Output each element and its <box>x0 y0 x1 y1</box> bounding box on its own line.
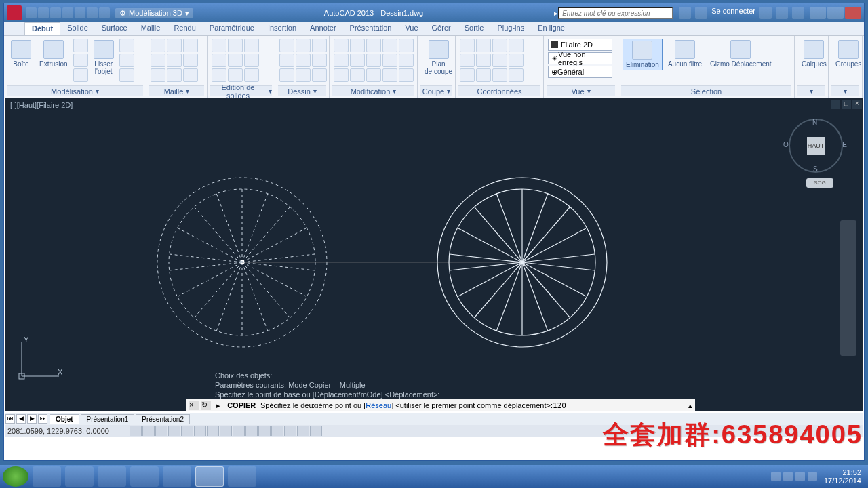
tray-volume-icon[interactable] <box>808 472 817 481</box>
tool-icon[interactable] <box>334 54 349 67</box>
qat-saveas-icon[interactable] <box>62 7 73 18</box>
tool-icon[interactable] <box>312 39 327 52</box>
tpy-toggle[interactable] <box>258 426 271 436</box>
tab-plugins[interactable]: Plug-ins <box>490 22 531 35</box>
first-tab-icon[interactable]: ⏮ <box>5 414 15 424</box>
panel-title[interactable]: Modélisation ▾ <box>7 85 143 96</box>
tool-icon[interactable] <box>244 39 259 52</box>
tab-solide[interactable]: Solide <box>60 22 95 35</box>
snap-toggle[interactable] <box>130 426 142 436</box>
panel-title[interactable]: Coupe ▾ <box>420 85 452 96</box>
search-input[interactable] <box>558 7 673 19</box>
tool-icon[interactable] <box>492 54 507 67</box>
tool-icon[interactable] <box>382 54 397 67</box>
tool-icon[interactable] <box>350 68 365 82</box>
taskbar-app[interactable] <box>228 466 256 487</box>
aucun-filtre-button[interactable]: Aucun filtre <box>665 39 705 69</box>
tab-presentation2[interactable]: Présentation2 <box>136 414 190 424</box>
cloud-icon[interactable] <box>776 7 788 19</box>
viewcube-south[interactable]: S <box>813 165 818 173</box>
tool-icon[interactable] <box>244 54 259 67</box>
elimination-button[interactable]: Elimination <box>623 39 663 70</box>
tab-gerer[interactable]: Gérer <box>425 22 458 35</box>
sc-toggle[interactable] <box>284 426 296 436</box>
am-toggle[interactable] <box>297 426 309 436</box>
tool-icon[interactable] <box>460 68 475 82</box>
tab-presentation1[interactable]: Présentation1 <box>81 414 135 424</box>
tab-objet[interactable]: Objet <box>50 414 79 424</box>
3dosnap-toggle[interactable] <box>194 426 206 436</box>
tool-icon[interactable] <box>492 68 507 82</box>
panel-title[interactable]: ▾ <box>831 85 859 96</box>
panel-title[interactable]: Edition de solides ▾ <box>210 85 272 96</box>
viewcube-west[interactable]: O <box>783 141 789 148</box>
tray-network-icon[interactable] <box>795 472 805 481</box>
search-icon[interactable] <box>679 7 691 19</box>
recent-cmd-icon[interactable]: ↻ <box>201 401 211 410</box>
tool-icon[interactable] <box>476 68 491 82</box>
tool-icon[interactable] <box>366 39 381 52</box>
viewcube-face[interactable]: HAUT <box>807 137 825 155</box>
workspace-selector[interactable]: ⚙ Modélisation 3D ▾ <box>115 8 193 18</box>
tool-icon[interactable] <box>296 39 311 52</box>
tab-presentation[interactable]: Présentation <box>343 22 399 35</box>
tab-surface[interactable]: Surface <box>95 22 134 35</box>
app-logo[interactable] <box>7 5 22 20</box>
layer-vue-combo[interactable]: ☀ Vue non enregis <box>548 52 612 64</box>
qat-open-icon[interactable] <box>38 7 49 18</box>
tool-icon[interactable] <box>244 68 259 82</box>
system-clock[interactable]: 21:5217/12/2014 <box>820 468 865 485</box>
tool-icon[interactable] <box>228 39 243 52</box>
taskbar-firefox[interactable] <box>163 466 191 487</box>
tool-icon[interactable] <box>350 39 365 52</box>
panel-title[interactable]: Maille ▾ <box>149 85 204 96</box>
tab-annoter[interactable]: Annoter <box>303 22 343 35</box>
viewcube-north[interactable]: N <box>812 119 817 126</box>
tab-enligne[interactable]: En ligne <box>531 22 572 35</box>
tool-icon[interactable] <box>399 39 414 52</box>
otrack-toggle[interactable] <box>207 426 219 436</box>
tray-icon[interactable] <box>771 472 781 481</box>
qat-new-icon[interactable] <box>26 7 37 18</box>
panel-title[interactable]: Vue ▾ <box>547 85 615 96</box>
command-line[interactable]: × ↻ ▸_ COPIER Spécifiez le deuxième poin… <box>186 399 695 411</box>
osnap-toggle[interactable] <box>181 426 193 436</box>
qat-undo-icon[interactable] <box>87 7 98 18</box>
tool-icon[interactable] <box>460 39 475 52</box>
tool-icon[interactable] <box>119 39 134 52</box>
ducs-toggle[interactable] <box>220 426 232 436</box>
next-tab-icon[interactable]: ▶ <box>27 414 37 424</box>
tool-icon[interactable] <box>151 39 165 52</box>
tool-icon[interactable] <box>296 54 311 67</box>
lwt-toggle[interactable] <box>245 426 258 436</box>
tool-icon[interactable] <box>476 54 491 67</box>
tab-insertion[interactable]: Insertion <box>261 22 303 35</box>
tool-icon[interactable] <box>119 68 134 82</box>
start-button[interactable] <box>3 466 28 487</box>
gizmo-button[interactable]: Gizmo Déplacement <box>707 39 774 69</box>
tool-icon[interactable] <box>212 39 226 52</box>
maximize-button[interactable] <box>827 7 844 19</box>
tool-icon[interactable] <box>119 54 134 67</box>
chevron-up-icon[interactable]: ▴ <box>688 401 692 410</box>
lisser-button[interactable]: Lisser l'objet <box>91 39 117 77</box>
tool-icon[interactable] <box>167 39 182 52</box>
tool-icon[interactable] <box>279 68 294 82</box>
close-button[interactable] <box>845 7 861 19</box>
panel-title[interactable]: Coordonnées <box>458 85 540 96</box>
tool-icon[interactable] <box>382 39 397 52</box>
taskbar-ie[interactable] <box>33 466 61 487</box>
viewport-label[interactable]: [-][Haut][Filaire 2D] <box>5 98 863 112</box>
coordinates-readout[interactable]: 2081.0599, 1229.9763, 0.0000 <box>7 427 109 435</box>
qp-toggle[interactable] <box>271 426 283 436</box>
tool-icon[interactable] <box>73 54 88 67</box>
extrusion-button[interactable]: Extrusion <box>37 39 71 69</box>
panel-title[interactable]: Sélection <box>621 85 791 96</box>
tool-icon[interactable] <box>183 68 198 82</box>
boite-button[interactable]: Boîte <box>8 39 34 69</box>
grid-toggle[interactable] <box>142 426 155 436</box>
calques-button[interactable]: Calques <box>799 39 829 69</box>
tool-icon[interactable] <box>334 39 349 52</box>
layer-general-combo[interactable]: ⊕ Général <box>548 66 612 78</box>
vp-maximize-icon[interactable]: □ <box>842 100 851 109</box>
